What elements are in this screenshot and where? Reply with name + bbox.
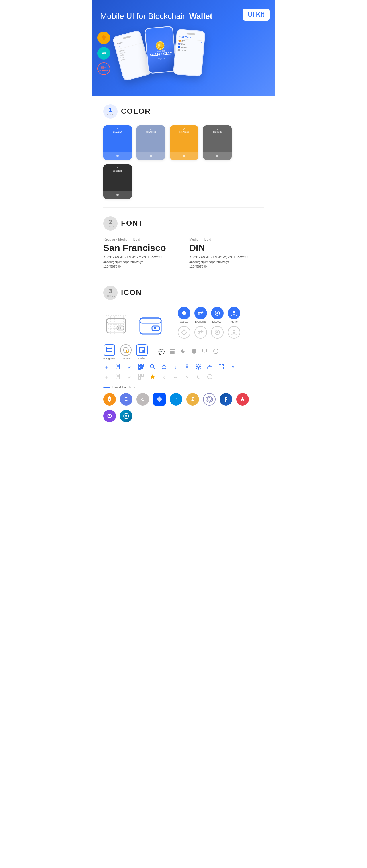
doc-icon bbox=[115, 364, 121, 371]
svg-line-65 bbox=[153, 368, 155, 369]
sf-lowercase: abcdefghijklmnopqrstuvwxyz bbox=[103, 260, 178, 264]
eth-icon: Ξ bbox=[120, 393, 133, 406]
profile-icon-outline bbox=[228, 326, 240, 339]
discover-icon bbox=[211, 307, 224, 319]
svg-rect-73 bbox=[139, 374, 141, 376]
blockchain-label: BlockChain Icon bbox=[103, 385, 264, 389]
grid-icon bbox=[203, 393, 216, 406]
svg-rect-44 bbox=[170, 351, 175, 352]
back-icon-outline: ‹ bbox=[161, 374, 167, 380]
exchange-icon-label: Exchange bbox=[195, 320, 206, 323]
speech-icon bbox=[202, 348, 208, 355]
share-icon bbox=[184, 364, 190, 371]
din-font-type: Medium · Bold bbox=[189, 238, 264, 242]
font-section: 2 TWO FONT Regular · Medium · Bold San F… bbox=[92, 208, 275, 277]
svg-point-27 bbox=[217, 332, 218, 333]
info-icon-outline: i bbox=[206, 374, 213, 381]
svg-point-20 bbox=[154, 327, 156, 330]
waves-icon bbox=[153, 393, 166, 406]
font-san-francisco: Regular · Medium · Bold San Francisco AB… bbox=[103, 238, 178, 268]
svg-rect-58 bbox=[142, 365, 143, 366]
svg-rect-45 bbox=[170, 352, 175, 353]
profile-icon-label: Profile bbox=[230, 320, 238, 323]
svg-rect-74 bbox=[141, 374, 144, 376]
dash-icon: D bbox=[170, 393, 182, 406]
management-icon-label: Mangment bbox=[103, 357, 116, 360]
matic-icon bbox=[103, 410, 116, 422]
btc-icon: ₿ bbox=[103, 393, 116, 406]
din-font-name: DIN bbox=[189, 243, 264, 253]
info-icon: i bbox=[213, 348, 219, 355]
svg-point-24 bbox=[233, 311, 235, 313]
sf-font-type: Regular · Medium · Bold bbox=[103, 238, 178, 242]
discover-icon-label: Discover bbox=[212, 320, 222, 323]
forward-icon-outline: ↔ bbox=[172, 374, 179, 380]
qr-icon-outline bbox=[138, 374, 144, 381]
utility-icons-active: + ✓ ‹ ✕ bbox=[103, 364, 264, 371]
icon-section: 3 THREE ICON bbox=[92, 277, 275, 434]
moon-icon bbox=[180, 348, 187, 355]
extra-icons-row: 💬 i bbox=[158, 348, 219, 355]
svg-text:i: i bbox=[216, 350, 216, 353]
qr-icon bbox=[138, 364, 144, 371]
svg-point-16 bbox=[119, 327, 120, 329]
search-icon bbox=[149, 364, 156, 371]
assets-icon-item: Assets bbox=[178, 307, 190, 323]
crypto-icons: ₿ Ξ Ł D Z bbox=[103, 393, 264, 422]
blockchain-section: BlockChain Icon ₿ Ξ Ł D Z bbox=[103, 385, 264, 422]
assets-icon-label: Assets bbox=[180, 320, 188, 323]
zcash-icon: Z bbox=[186, 393, 199, 406]
svg-marker-76 bbox=[150, 374, 155, 379]
color-section: 1 ONE COLOR #3574FA #8DA0C8 #F5A6 bbox=[92, 96, 275, 208]
svg-rect-18 bbox=[140, 318, 161, 323]
stack-icon bbox=[169, 348, 176, 355]
svg-rect-61 bbox=[142, 367, 143, 368]
close-icon: ✕ bbox=[229, 365, 236, 370]
svg-marker-66 bbox=[162, 364, 166, 369]
phone-screen-blue: 🪙 myWallet $6,297,502.12 Sign up bbox=[145, 27, 176, 73]
din-uppercase: ABCDEFGHIJKLMNOPQRSTUVWXYZ bbox=[189, 255, 264, 259]
blockchain-line bbox=[103, 387, 110, 388]
font-din: Medium · Bold DIN ABCDEFGHIJKLMNOPQRSTUV… bbox=[189, 238, 264, 268]
svg-rect-63 bbox=[142, 368, 143, 369]
blockchain-text: BlockChain Icon bbox=[112, 385, 135, 389]
history-icon-label: History bbox=[122, 357, 130, 360]
svg-marker-25 bbox=[181, 330, 187, 335]
svg-line-34 bbox=[126, 350, 127, 351]
font-section-title: FONT bbox=[121, 219, 144, 228]
bottom-icons-row: Mangment History bbox=[103, 344, 264, 360]
chat-icon: 💬 bbox=[158, 349, 165, 355]
svg-rect-75 bbox=[139, 377, 141, 379]
star-icon bbox=[161, 364, 167, 371]
sf-numbers: 1234567890 bbox=[103, 265, 178, 268]
color-swatch-grayblue: #8DA0C8 bbox=[137, 125, 165, 160]
order-icon bbox=[136, 344, 148, 356]
star-icon-active bbox=[149, 374, 156, 381]
assets-icon bbox=[178, 307, 190, 319]
font-content: Regular · Medium · Bold San Francisco AB… bbox=[103, 238, 264, 268]
settings-icon bbox=[195, 364, 202, 371]
stratis-icon bbox=[120, 410, 133, 422]
check-icon-outline: ✓ bbox=[126, 374, 133, 380]
icon-section-header: 3 THREE ICON bbox=[103, 286, 264, 300]
din-lowercase: abcdefghijklmnopqrstuvwxyz bbox=[189, 260, 264, 264]
assets-icon-outline bbox=[178, 326, 190, 339]
management-icon-item: Mangment bbox=[103, 344, 116, 360]
profile-icon-item: Profile bbox=[228, 307, 240, 323]
svg-rect-14 bbox=[107, 318, 125, 323]
color-section-title: COLOR bbox=[121, 107, 151, 116]
din-numbers: 1234567890 bbox=[189, 265, 264, 268]
discover-icon-item: Discover bbox=[211, 307, 224, 323]
svg-rect-60 bbox=[141, 367, 142, 368]
hero-section: Mobile UI for Blockchain Wallet UI Kit P… bbox=[92, 0, 275, 96]
svg-rect-43 bbox=[170, 349, 175, 350]
nav-icons-outline-row bbox=[178, 326, 240, 339]
sf-uppercase: ABCDEFGHIJKLMNOPQRSTUVWXYZ bbox=[103, 255, 178, 259]
upload-icon bbox=[206, 364, 213, 371]
nav-icons-group: Assets Exchange bbox=[178, 307, 240, 339]
expand-icon bbox=[218, 364, 225, 371]
management-icon bbox=[104, 344, 115, 356]
order-icon-label: Order bbox=[139, 357, 145, 360]
icon-display-row: Assets Exchange bbox=[103, 307, 264, 339]
exchange-icon-outline bbox=[194, 326, 207, 339]
